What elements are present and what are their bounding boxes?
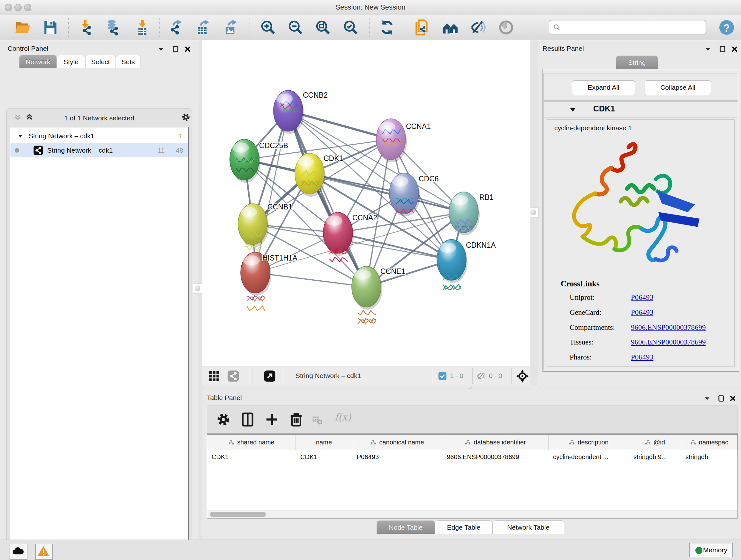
- column-header[interactable]: database identifier: [442, 435, 549, 450]
- cell-name[interactable]: CDK1: [296, 450, 352, 464]
- string-view-icon[interactable]: [227, 370, 239, 382]
- network-node-CCNE1[interactable]: CCNE1: [352, 266, 405, 324]
- grid-view-icon[interactable]: [208, 370, 220, 382]
- help-icon[interactable]: ?: [719, 19, 735, 36]
- selected-checkbox-icon[interactable]: [439, 372, 447, 380]
- panel-menu-icon[interactable]: [703, 395, 712, 403]
- panel-menu-icon[interactable]: [704, 45, 712, 54]
- cell-description[interactable]: cyclin-dependent ...: [549, 450, 629, 464]
- zoom-in-icon[interactable]: [260, 19, 276, 36]
- network-row-selected[interactable]: String Network – cdk1 11 48: [10, 143, 188, 158]
- export-image-icon[interactable]: [223, 19, 239, 36]
- crosslink-link[interactable]: 9606.ENSP00000378699: [631, 338, 706, 347]
- zoom-selected-icon[interactable]: [343, 19, 359, 36]
- collapse-all-button[interactable]: Collapse All: [645, 80, 711, 95]
- zoom-fit-icon[interactable]: [315, 19, 331, 36]
- tab-network-table[interactable]: Network Table: [492, 520, 564, 534]
- network-options-gear-icon[interactable]: [181, 112, 191, 122]
- network-node-CCNA1[interactable]: CCNA1: [376, 119, 431, 162]
- left-splitter-grip[interactable]: [193, 284, 203, 294]
- hide-selected-icon[interactable]: [470, 19, 486, 36]
- crosslink-label: Pharos:: [569, 353, 592, 361]
- cell-id[interactable]: stringdb:9...: [629, 450, 681, 464]
- cell-database-identifier[interactable]: 9606.ENSP00000378699: [442, 450, 549, 464]
- import-network-database-icon[interactable]: [105, 19, 121, 36]
- show-columns-icon[interactable]: [240, 412, 255, 427]
- cell-shared-name[interactable]: CDK1: [207, 450, 296, 464]
- export-network-icon[interactable]: [168, 19, 184, 36]
- column-header[interactable]: description: [549, 435, 629, 450]
- open-in-window-icon[interactable]: [264, 370, 276, 382]
- panel-float-icon[interactable]: [172, 45, 180, 54]
- column-header[interactable]: shared name: [207, 435, 296, 450]
- panel-close-icon[interactable]: [731, 45, 739, 54]
- share-document-icon[interactable]: [414, 19, 430, 36]
- cloud-button[interactable]: [10, 544, 27, 560]
- panel-float-icon[interactable]: [718, 395, 726, 403]
- warning-button[interactable]: [35, 544, 53, 560]
- home-icon[interactable]: [443, 19, 459, 36]
- tab-sets[interactable]: Sets: [116, 55, 140, 68]
- panel-menu-icon[interactable]: [157, 45, 165, 54]
- network-node-RB1[interactable]: RB1: [449, 192, 494, 235]
- birds-eye-view-icon[interactable]: [516, 369, 529, 383]
- save-session-icon[interactable]: [43, 19, 58, 36]
- network-node-CCNB1[interactable]: CCNB1: [238, 203, 292, 251]
- open-session-icon[interactable]: [14, 19, 30, 36]
- column-header[interactable]: name: [296, 435, 352, 450]
- table-row[interactable]: CDK1 CDK1 P06493 9606.ENSP00000378699 cy…: [207, 450, 738, 464]
- crosslink-link[interactable]: 9606.ENSP00000378699: [631, 323, 706, 332]
- crosslink-link[interactable]: P06493: [631, 353, 653, 361]
- network-node-CCNB2[interactable]: CCNB2: [273, 90, 328, 134]
- refresh-icon[interactable]: [379, 19, 395, 36]
- crosslink-link[interactable]: P06493: [631, 308, 653, 317]
- network-node-CDC6[interactable]: CDC6: [389, 173, 439, 216]
- column-header[interactable]: @id: [629, 435, 681, 450]
- delete-column-icon[interactable]: [289, 412, 304, 427]
- node-label-CCNE1: CCNE1: [381, 267, 405, 275]
- column-header[interactable]: canonical name: [352, 435, 442, 450]
- column-header[interactable]: namespac: [681, 435, 738, 450]
- scrollbar-thumb[interactable]: [210, 512, 266, 517]
- network-edge[interactable]: [255, 111, 288, 273]
- tab-edge-table[interactable]: Edge Table: [435, 520, 492, 534]
- tab-string[interactable]: String: [616, 56, 658, 69]
- network-collection-row[interactable]: String Network – cdk1 1: [10, 129, 188, 143]
- tab-network[interactable]: Network: [19, 55, 57, 68]
- network-graph[interactable]: CCNB2CCNA1CDC25BCDK1CDC6RB1CCNB1CCNA2CDK…: [202, 40, 530, 367]
- toolbar-separator: [511, 368, 512, 384]
- show-hidden-icon[interactable]: [498, 19, 514, 36]
- cell-namespace[interactable]: stringdb: [681, 450, 738, 464]
- results-panel-title: Results Panel: [542, 45, 584, 52]
- tab-select[interactable]: Select: [85, 55, 116, 68]
- zoom-out-icon[interactable]: [287, 19, 304, 36]
- table-options-gear-icon[interactable]: [216, 412, 231, 427]
- network-edge[interactable]: [255, 273, 366, 287]
- panel-float-icon[interactable]: [719, 45, 727, 54]
- expand-all-button[interactable]: Expand All: [572, 80, 635, 95]
- collection-expand-icon[interactable]: [17, 129, 24, 143]
- crosslink-link[interactable]: P06493: [631, 294, 653, 302]
- section-collapse-icon[interactable]: [569, 105, 577, 114]
- table-horizontal-scrollbar[interactable]: [207, 510, 737, 518]
- network-view[interactable]: CCNB2CCNA1CDC25BCDK1CDC6RB1CCNB1CCNA2CDK…: [202, 40, 530, 367]
- panel-close-icon[interactable]: [184, 45, 192, 54]
- export-table-icon[interactable]: [195, 19, 211, 36]
- cell-canonical-name[interactable]: P06493: [352, 450, 442, 464]
- search-icon: [553, 23, 561, 31]
- import-table-icon[interactable]: [134, 19, 150, 36]
- create-column-icon[interactable]: [265, 412, 279, 427]
- network-node-CDC25B[interactable]: CDC25B: [230, 139, 288, 183]
- network-node-HIST1H1A[interactable]: HIST1H1A: [241, 252, 298, 311]
- horizontal-splitter-grip[interactable]: [468, 386, 472, 389]
- network-edge[interactable]: [288, 111, 366, 287]
- import-network-file-icon[interactable]: [78, 19, 94, 36]
- hidden-eye-slash-icon[interactable]: [477, 371, 486, 381]
- tab-node-table[interactable]: Node Table: [377, 520, 435, 534]
- tab-style[interactable]: Style: [57, 55, 85, 68]
- panel-close-icon[interactable]: [729, 395, 737, 403]
- memory-button[interactable]: Memory: [689, 543, 733, 557]
- network-node-CDKN1A[interactable]: CDKN1A: [437, 240, 496, 290]
- search-input[interactable]: [564, 22, 702, 33]
- gene-section-header[interactable]: CDK1: [544, 102, 738, 118]
